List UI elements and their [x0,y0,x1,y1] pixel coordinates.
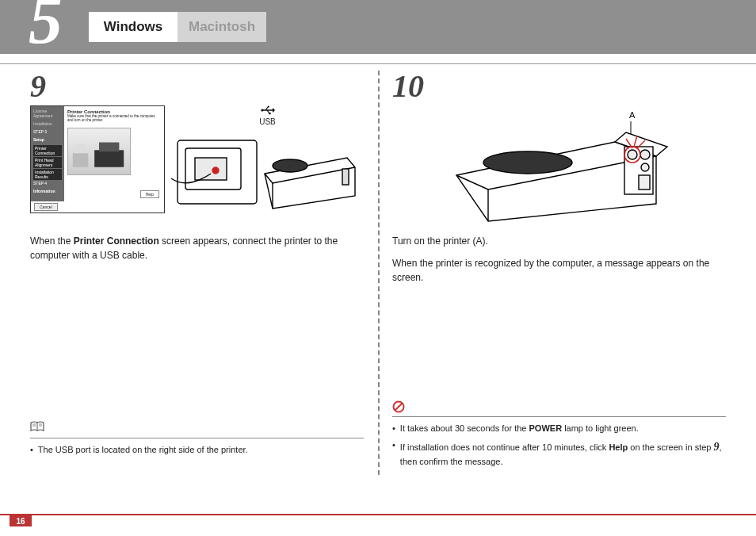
svg-point-27 [641,163,649,171]
svg-rect-13 [195,158,227,180]
svg-rect-2 [94,150,124,167]
note-bullet: • It takes about 30 seconds for the POWE… [392,422,726,435]
svg-line-31 [395,404,403,411]
svg-rect-0 [73,153,89,167]
tab-macintosh: Macintosh [178,12,266,42]
svg-rect-1 [76,144,86,153]
printer-usb-drawing [171,126,361,218]
dialog-image [67,128,131,175]
dialog-side-info: Information [33,189,62,193]
header-band: 5 Windows Macintosh [0,0,756,54]
svg-rect-3 [99,142,119,151]
svg-point-25 [628,150,637,159]
text-bold: POWER [529,423,563,433]
svg-point-26 [640,150,650,159]
dialog-side-step: STEP 3 [33,129,62,134]
text-fragment: lamp to light green. [562,423,639,433]
dialog-cancel-button: Cancel [34,203,58,211]
dialog-side-item: Installation Results [33,169,62,180]
bullet-dot: • [392,438,395,469]
bullet-dot: • [30,443,33,457]
usb-label-text: USB [259,117,276,126]
footer-accent-line [0,514,756,515]
divider-horizontal [0,63,756,64]
usb-printer-illustration: USB [171,105,364,218]
illustration-row-9: License Agreement Installation STEP 3 Se… [30,105,364,224]
text-fragment: When the [30,235,74,247]
note-bullet: • If installation does not continue afte… [392,438,726,469]
dialog-help-button: Help [140,190,159,198]
note-header-left [30,421,364,435]
note-text: It takes about 30 seconds for the POWER … [400,422,639,435]
book-icon [30,421,44,435]
svg-point-14 [212,167,219,174]
prohibit-icon [392,400,405,413]
tab-windows: Windows [89,12,178,42]
printer-power-drawing: A [433,110,686,229]
page-number: 16 [10,515,32,526]
text-bold: Help [609,442,628,452]
dialog-main: Printer Connection Make sure that the pr… [64,106,164,201]
svg-rect-10 [269,113,270,114]
installer-dialog-illustration: License Agreement Installation STEP 3 Se… [30,105,165,213]
svg-rect-28 [639,175,650,190]
note-divider [30,438,364,438]
text-fragment: If installation does not continue after … [400,442,609,452]
svg-point-8 [267,105,269,107]
svg-rect-16 [342,169,349,185]
illustration-10: A [392,105,726,224]
text-fragment: It takes about 30 seconds for the [400,423,529,433]
step-9-body: When the Printer Connection screen appea… [30,234,364,262]
note-text: If installation does not continue after … [400,438,726,469]
step-number-10: 10 [392,71,726,102]
column-step-9: 9 License Agreement Installation STEP 3 … [22,71,378,483]
note-header-right [392,400,726,413]
svg-marker-6 [273,108,275,113]
dialog-sidebar: License Agreement Installation STEP 3 Se… [31,106,64,201]
step-10-body-2: When the printer is recognized by the co… [392,256,726,285]
text-bold: Printer Connection [74,235,159,247]
content-area: 9 License Agreement Installation STEP 3 … [0,71,756,483]
note-bullet: • The USB port is located on the right s… [30,443,364,457]
svg-point-23 [483,151,572,174]
step-10-body-1: Turn on the printer (A). [392,234,726,248]
bullet-dot: • [392,422,395,435]
footer: 16 [0,514,756,526]
note-text: The USB port is located on the right sid… [38,443,248,457]
dialog-side-item: License Agreement [33,109,62,118]
section-number: 5 [29,0,63,54]
dialog-subtitle: Make sure that the printer is connected … [67,114,161,123]
dialog-side-item: Installation [33,121,62,126]
dialog-side-item: Print Head Alignment [33,157,62,168]
dialog-side-step: STEP 4 [33,181,62,186]
note-divider [392,416,726,417]
os-tabs: Windows Macintosh [89,12,266,42]
vertical-divider [378,71,380,475]
dialog-side-item-active: Printer Connection [33,145,62,156]
svg-point-15 [273,159,307,172]
column-step-10: 10 A [378,71,734,483]
usb-icon [261,106,275,117]
usb-label-block: USB [171,105,364,126]
label-a: A [629,110,636,120]
text-fragment: on the screen in step [628,442,713,452]
dialog-side-setup: Setup [33,137,62,142]
step-number-9: 9 [30,71,364,102]
